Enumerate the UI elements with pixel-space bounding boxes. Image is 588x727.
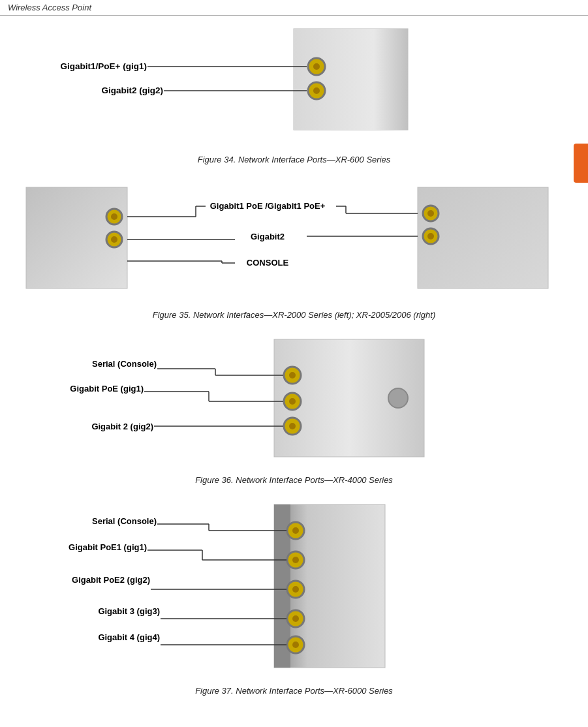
svg-text:Gigabit PoE2 (gig2): Gigabit PoE2 (gig2) (72, 575, 150, 585)
figure-36-diagram: Serial (Console) Gigabit PoE (gig1) Giga… (13, 333, 574, 470)
svg-rect-1 (294, 29, 408, 130)
main-content: Gigabit1/PoE+ (gig1) Gigabit2 (gig2) Fig… (0, 16, 588, 727)
figure-35-diagram: Gigabit1 PoE /Gigabit1 PoE+ Gigabit2 CON… (13, 178, 574, 305)
page-header: Wireless Access Point (0, 0, 588, 16)
svg-text:Gigabit 2 (gig2): Gigabit 2 (gig2) (91, 422, 153, 431)
svg-text:Gigabit 3 (gig3): Gigabit 3 (gig3) (98, 606, 160, 616)
figure-35-section: Gigabit1 PoE /Gigabit1 PoE+ Gigabit2 CON… (13, 178, 575, 320)
svg-point-12 (111, 213, 117, 220)
figure-37-diagram: Serial (Console) Gigabit PoE1 (gig1) Gig… (13, 498, 574, 681)
svg-text:CONSOLE: CONSOLE (247, 258, 289, 268)
figure-34-diagram: Gigabit1/PoE+ (gig1) Gigabit2 (gig2) (13, 22, 574, 149)
svg-point-38 (289, 398, 296, 405)
svg-text:Gigabit 4 (gig4): Gigabit 4 (gig4) (98, 632, 160, 642)
svg-point-57 (292, 557, 299, 563)
figure-37-caption: Figure 37. Network Interface Ports—XR-60… (13, 686, 575, 696)
svg-text:Gigabit PoE1 (gig1): Gigabit PoE1 (gig1) (69, 542, 147, 552)
svg-text:Serial (Console): Serial (Console) (92, 359, 157, 369)
orange-tab (574, 144, 588, 183)
figure-34-section: Gigabit1/PoE+ (gig1) Gigabit2 (gig2) Fig… (13, 22, 575, 164)
svg-text:Gigabit2: Gigabit2 (251, 232, 285, 241)
svg-point-40 (289, 423, 296, 429)
svg-text:Gigabit1/PoE+ (gig1): Gigabit1/PoE+ (gig1) (61, 61, 147, 71)
figure-37-section: Serial (Console) Gigabit PoE1 (gig1) Gig… (13, 498, 575, 696)
figure-36-caption: Figure 36. Network Interface Ports—XR-40… (13, 475, 575, 485)
svg-point-55 (292, 527, 299, 534)
svg-point-5 (313, 87, 320, 94)
svg-point-41 (388, 388, 408, 408)
svg-point-17 (427, 210, 434, 217)
svg-text:Gigabit PoE (gig1): Gigabit PoE (gig1) (70, 384, 144, 394)
svg-point-14 (111, 236, 117, 243)
figure-35-caption: Figure 35. Network Interfaces—XR-2000 Se… (13, 310, 575, 320)
svg-point-61 (292, 615, 299, 622)
svg-text:Gigabit1 PoE /Gigabit1 PoE+: Gigabit1 PoE /Gigabit1 PoE+ (210, 201, 326, 211)
header-title: Wireless Access Point (8, 3, 91, 12)
svg-point-59 (292, 586, 299, 593)
figure-34-caption: Figure 34. Network Interface Ports—XR-60… (13, 155, 575, 164)
svg-point-3 (313, 63, 320, 70)
figure-36-section: Serial (Console) Gigabit PoE (gig1) Giga… (13, 333, 575, 485)
svg-text:Serial (Console): Serial (Console) (92, 516, 157, 526)
svg-point-63 (292, 642, 299, 648)
svg-point-36 (289, 372, 296, 379)
svg-point-19 (427, 233, 434, 240)
svg-text:Gigabit2 (gig2): Gigabit2 (gig2) (102, 85, 164, 95)
